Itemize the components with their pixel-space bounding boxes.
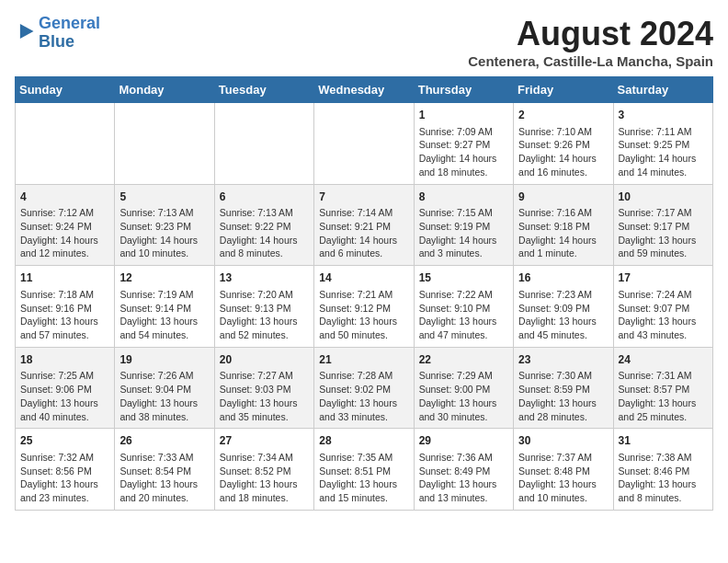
day-info: Sunrise: 7:22 AM Sunset: 9:10 PM Dayligh… xyxy=(419,288,508,342)
day-number: 4 xyxy=(20,190,109,205)
day-number: 18 xyxy=(20,352,109,368)
calendar-cell: 1Sunrise: 7:09 AM Sunset: 9:27 PM Daylig… xyxy=(414,103,513,185)
calendar-cell: 18Sunrise: 7:25 AM Sunset: 9:06 PM Dayli… xyxy=(16,347,115,429)
subtitle: Centenera, Castille-La Mancha, Spain xyxy=(468,53,713,69)
day-info: Sunrise: 7:30 AM Sunset: 8:59 PM Dayligh… xyxy=(518,369,608,423)
day-info: Sunrise: 7:28 AM Sunset: 9:02 PM Dayligh… xyxy=(319,369,408,423)
calendar-cell: 7Sunrise: 7:14 AM Sunset: 9:21 PM Daylig… xyxy=(314,184,414,266)
day-info: Sunrise: 7:27 AM Sunset: 9:03 PM Dayligh… xyxy=(220,369,309,423)
day-number: 9 xyxy=(518,190,608,205)
day-info: Sunrise: 7:26 AM Sunset: 9:04 PM Dayligh… xyxy=(119,369,209,423)
day-number: 8 xyxy=(419,190,508,205)
logo-line2: Blue xyxy=(39,32,74,51)
main-title: August 2024 xyxy=(468,15,713,53)
calendar-week-row: 18Sunrise: 7:25 AM Sunset: 9:06 PM Dayli… xyxy=(16,347,713,429)
day-number: 31 xyxy=(619,433,708,449)
day-number: 26 xyxy=(119,433,209,449)
calendar-cell: 9Sunrise: 7:16 AM Sunset: 9:18 PM Daylig… xyxy=(514,184,613,266)
weekday-header: Sunday xyxy=(16,77,115,103)
logo-icon xyxy=(15,21,35,41)
day-number: 29 xyxy=(419,433,508,449)
day-info: Sunrise: 7:25 AM Sunset: 9:06 PM Dayligh… xyxy=(20,369,109,423)
day-info: Sunrise: 7:09 AM Sunset: 9:27 PM Dayligh… xyxy=(419,125,508,179)
calendar-cell: 11Sunrise: 7:18 AM Sunset: 9:16 PM Dayli… xyxy=(16,266,115,348)
day-info: Sunrise: 7:21 AM Sunset: 9:12 PM Dayligh… xyxy=(319,288,408,342)
day-info: Sunrise: 7:38 AM Sunset: 8:46 PM Dayligh… xyxy=(619,451,708,505)
day-info: Sunrise: 7:18 AM Sunset: 9:16 PM Dayligh… xyxy=(20,288,109,342)
logo: General Blue xyxy=(15,15,100,52)
calendar-cell: 16Sunrise: 7:23 AM Sunset: 9:09 PM Dayli… xyxy=(514,266,613,348)
calendar-cell: 17Sunrise: 7:24 AM Sunset: 9:07 PM Dayli… xyxy=(613,266,712,348)
calendar-cell xyxy=(115,103,214,185)
calendar-cell: 12Sunrise: 7:19 AM Sunset: 9:14 PM Dayli… xyxy=(115,266,214,348)
calendar-cell: 15Sunrise: 7:22 AM Sunset: 9:10 PM Dayli… xyxy=(414,266,513,348)
day-info: Sunrise: 7:33 AM Sunset: 8:54 PM Dayligh… xyxy=(119,451,209,505)
day-number: 17 xyxy=(619,270,708,286)
calendar-cell xyxy=(214,103,313,185)
calendar-cell: 10Sunrise: 7:17 AM Sunset: 9:17 PM Dayli… xyxy=(613,184,712,266)
day-number: 20 xyxy=(220,352,309,368)
day-info: Sunrise: 7:11 AM Sunset: 9:25 PM Dayligh… xyxy=(619,125,708,179)
day-info: Sunrise: 7:32 AM Sunset: 8:56 PM Dayligh… xyxy=(20,451,109,505)
svg-marker-0 xyxy=(20,24,34,39)
day-number: 1 xyxy=(419,108,508,123)
day-info: Sunrise: 7:13 AM Sunset: 9:22 PM Dayligh… xyxy=(220,206,309,260)
day-number: 3 xyxy=(619,108,708,123)
calendar-header-row: SundayMondayTuesdayWednesdayThursdayFrid… xyxy=(16,77,713,103)
day-number: 15 xyxy=(419,270,508,286)
weekday-header: Saturday xyxy=(613,77,712,103)
day-number: 10 xyxy=(619,190,708,205)
day-info: Sunrise: 7:23 AM Sunset: 9:09 PM Dayligh… xyxy=(518,288,608,342)
day-info: Sunrise: 7:15 AM Sunset: 9:19 PM Dayligh… xyxy=(419,206,508,260)
calendar-cell: 23Sunrise: 7:30 AM Sunset: 8:59 PM Dayli… xyxy=(514,347,613,429)
calendar-week-row: 25Sunrise: 7:32 AM Sunset: 8:56 PM Dayli… xyxy=(16,429,713,511)
day-info: Sunrise: 7:31 AM Sunset: 8:57 PM Dayligh… xyxy=(619,369,708,423)
calendar-cell: 3Sunrise: 7:11 AM Sunset: 9:25 PM Daylig… xyxy=(613,103,712,185)
day-info: Sunrise: 7:37 AM Sunset: 8:48 PM Dayligh… xyxy=(518,451,608,505)
header: General Blue August 2024 Centenera, Cast… xyxy=(15,15,713,69)
calendar-cell xyxy=(16,103,115,185)
day-info: Sunrise: 7:16 AM Sunset: 9:18 PM Dayligh… xyxy=(518,206,608,260)
calendar-cell: 20Sunrise: 7:27 AM Sunset: 9:03 PM Dayli… xyxy=(214,347,313,429)
day-info: Sunrise: 7:19 AM Sunset: 9:14 PM Dayligh… xyxy=(119,288,209,342)
day-number: 25 xyxy=(20,433,109,449)
calendar-week-row: 4Sunrise: 7:12 AM Sunset: 9:24 PM Daylig… xyxy=(16,184,713,266)
day-number: 28 xyxy=(319,433,408,449)
calendar-cell: 5Sunrise: 7:13 AM Sunset: 9:23 PM Daylig… xyxy=(115,184,214,266)
day-number: 11 xyxy=(20,270,109,286)
day-number: 19 xyxy=(119,352,209,368)
logo-line1: General xyxy=(39,14,100,32)
day-number: 24 xyxy=(619,352,708,368)
weekday-header: Thursday xyxy=(414,77,513,103)
day-number: 12 xyxy=(119,270,209,286)
day-info: Sunrise: 7:35 AM Sunset: 8:51 PM Dayligh… xyxy=(319,451,408,505)
day-info: Sunrise: 7:24 AM Sunset: 9:07 PM Dayligh… xyxy=(619,288,708,342)
calendar-cell: 4Sunrise: 7:12 AM Sunset: 9:24 PM Daylig… xyxy=(16,184,115,266)
day-number: 21 xyxy=(319,352,408,368)
calendar-cell: 25Sunrise: 7:32 AM Sunset: 8:56 PM Dayli… xyxy=(16,429,115,511)
day-number: 13 xyxy=(220,270,309,286)
calendar-cell: 27Sunrise: 7:34 AM Sunset: 8:52 PM Dayli… xyxy=(214,429,313,511)
calendar-table: SundayMondayTuesdayWednesdayThursdayFrid… xyxy=(15,76,713,511)
calendar-week-row: 11Sunrise: 7:18 AM Sunset: 9:16 PM Dayli… xyxy=(16,266,713,348)
weekday-header: Tuesday xyxy=(214,77,313,103)
day-number: 14 xyxy=(319,270,408,286)
calendar-cell xyxy=(314,103,414,185)
day-number: 16 xyxy=(518,270,608,286)
day-number: 7 xyxy=(319,190,408,205)
calendar-cell: 13Sunrise: 7:20 AM Sunset: 9:13 PM Dayli… xyxy=(214,266,313,348)
calendar-cell: 31Sunrise: 7:38 AM Sunset: 8:46 PM Dayli… xyxy=(613,429,712,511)
day-number: 5 xyxy=(119,190,209,205)
calendar-cell: 6Sunrise: 7:13 AM Sunset: 9:22 PM Daylig… xyxy=(214,184,313,266)
day-number: 30 xyxy=(518,433,608,449)
calendar-cell: 29Sunrise: 7:36 AM Sunset: 8:49 PM Dayli… xyxy=(414,429,513,511)
calendar-cell: 8Sunrise: 7:15 AM Sunset: 9:19 PM Daylig… xyxy=(414,184,513,266)
calendar-week-row: 1Sunrise: 7:09 AM Sunset: 9:27 PM Daylig… xyxy=(16,103,713,185)
weekday-header: Friday xyxy=(514,77,613,103)
day-info: Sunrise: 7:13 AM Sunset: 9:23 PM Dayligh… xyxy=(119,206,209,260)
day-number: 2 xyxy=(518,108,608,123)
calendar-cell: 22Sunrise: 7:29 AM Sunset: 9:00 PM Dayli… xyxy=(414,347,513,429)
day-info: Sunrise: 7:20 AM Sunset: 9:13 PM Dayligh… xyxy=(220,288,309,342)
calendar-cell: 2Sunrise: 7:10 AM Sunset: 9:26 PM Daylig… xyxy=(514,103,613,185)
day-info: Sunrise: 7:12 AM Sunset: 9:24 PM Dayligh… xyxy=(20,206,109,260)
